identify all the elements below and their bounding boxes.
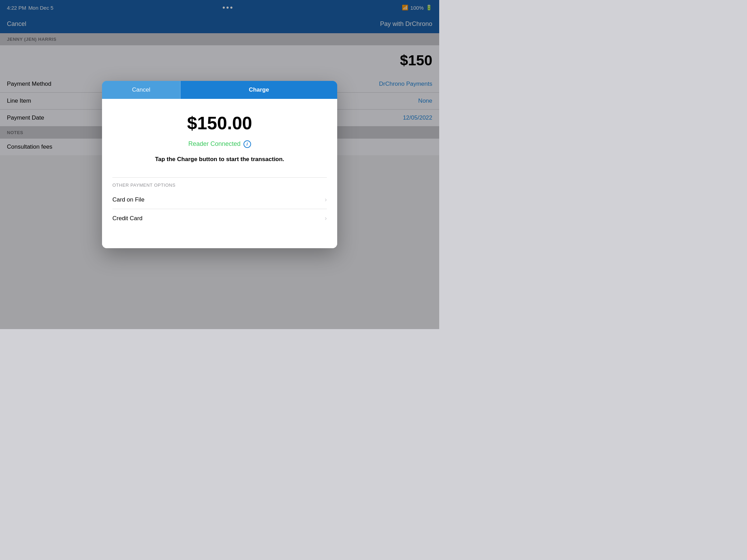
card-on-file-label: Card on File xyxy=(112,196,145,203)
card-on-file-chevron-icon: › xyxy=(325,196,327,203)
modal-footer xyxy=(102,227,337,248)
modal-amount: $150.00 xyxy=(112,113,327,133)
card-on-file-option[interactable]: Card on File › xyxy=(112,190,327,209)
modal-body: $150.00 Reader Connected i Tap the Charg… xyxy=(102,99,337,228)
modal-overlay: Cancel Charge $150.00 Reader Connected i… xyxy=(0,0,439,329)
reader-status-label: Reader Connected xyxy=(188,140,240,148)
credit-card-chevron-icon: › xyxy=(325,215,327,222)
other-options-label: OTHER PAYMENT OPTIONS xyxy=(112,178,327,190)
credit-card-option[interactable]: Credit Card › xyxy=(112,209,327,227)
reader-connected-row: Reader Connected i xyxy=(112,140,327,148)
modal-cancel-button[interactable]: Cancel xyxy=(102,81,181,99)
modal-charge-label: Charge xyxy=(249,86,269,93)
info-icon[interactable]: i xyxy=(243,140,251,148)
modal: Cancel Charge $150.00 Reader Connected i… xyxy=(102,81,337,249)
modal-charge-button[interactable]: Charge xyxy=(181,81,337,99)
other-options-section: OTHER PAYMENT OPTIONS Card on File › Cre… xyxy=(112,177,327,227)
modal-cancel-label: Cancel xyxy=(132,86,150,93)
charge-instruction: Tap the Charge button to start the trans… xyxy=(112,155,327,164)
credit-card-label: Credit Card xyxy=(112,215,142,222)
modal-header: Cancel Charge xyxy=(102,81,337,99)
